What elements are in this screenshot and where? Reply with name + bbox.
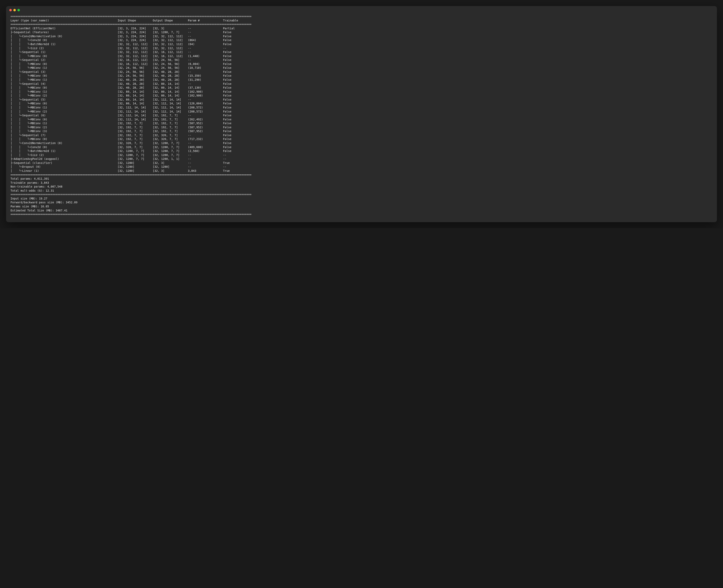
table-row: │ │ └─MBConv (2) [32, 80, 14, 14] [32, 8… — [11, 94, 712, 98]
table-row: │ │ └─Conv2d (0) [32, 320, 7, 7] [32, 12… — [11, 145, 712, 149]
divider-line: ========================================… — [11, 22, 712, 26]
table-row: │ │ └─MBConv (2) [32, 112, 14, 14] [32, … — [11, 110, 712, 114]
close-icon[interactable] — [9, 9, 12, 11]
table-row: │ └─Sequential (5) [32, 80, 14, 14] [32,… — [11, 98, 712, 102]
divider-line: ========================================… — [11, 193, 712, 197]
table-row: │ └─Linear (1) [32, 1280] [32, 3] 3,843 … — [11, 169, 712, 173]
minimize-icon[interactable] — [13, 9, 16, 11]
table-row: │ │ └─MBConv (1) [32, 80, 14, 14] [32, 8… — [11, 90, 712, 94]
table-row: │ └─Sequential (2) [32, 16, 112, 112] [3… — [11, 58, 712, 62]
terminal-window: ========================================… — [6, 6, 717, 222]
table-row: │ └─Sequential (7) [32, 192, 7, 7] [32, … — [11, 133, 712, 138]
table-row: │ └─Sequential (3) [32, 24, 56, 56] [32,… — [11, 70, 712, 74]
table-row: EfficientNet (EfficientNet) [32, 3, 224,… — [11, 26, 712, 30]
table-row: │ │ └─SiLU (2) [32, 1280, 7, 7] [32, 128… — [11, 153, 712, 157]
terminal-output: ========================================… — [6, 13, 717, 222]
zoom-icon[interactable] — [17, 9, 20, 11]
summary-line: Non-trainable params: 4,007,548 — [11, 185, 712, 189]
summary-line: Total mult-adds (G): 12.31 — [11, 189, 712, 193]
table-row: │ └─Conv2dNormActivation (8) [32, 320, 7… — [11, 141, 712, 145]
table-row: │ └─Dropout (0) [32, 1280] [32, 1280] --… — [11, 165, 712, 169]
titlebar — [6, 6, 717, 13]
summary-line: Input size (MB): 19.27 — [11, 197, 712, 201]
table-row: ├─Sequential (features) [32, 3, 224, 224… — [11, 30, 712, 35]
table-row: ├─Sequential (classifier) [32, 1280] [32… — [11, 161, 712, 165]
summary-line: Trainable params: 3,843 — [11, 181, 712, 185]
summary-line: Forward/backward pass size (MB): 3452.09 — [11, 201, 712, 205]
summary-line: Estimated Total Size (MB): 3487.41 — [11, 209, 712, 213]
table-row: │ │ └─MBConv (1) [32, 40, 28, 28] [32, 4… — [11, 78, 712, 82]
table-row: │ └─Sequential (1) [32, 32, 112, 112] [3… — [11, 50, 712, 54]
table-row: │ │ └─MBConv (0) [32, 16, 112, 112] [32,… — [11, 62, 712, 66]
divider-line: ========================================… — [11, 173, 712, 177]
table-row: │ │ └─MBConv (0) [32, 112, 14, 14] [32, … — [11, 118, 712, 122]
table-row: │ │ └─Conv2d (0) [32, 3, 224, 224] [32, … — [11, 38, 712, 42]
table-row: │ │ └─MBConv (0) [32, 32, 112, 112] [32,… — [11, 54, 712, 58]
divider-line: ========================================… — [11, 15, 712, 19]
table-row: │ │ └─MBConv (0) [32, 192, 7, 7] [32, 32… — [11, 137, 712, 141]
table-row: │ └─Sequential (6) [32, 112, 14, 14] [32… — [11, 113, 712, 118]
header-row: Layer (type (var_name)) Input Shape Outp… — [11, 19, 712, 23]
table-row: │ └─Conv2dNormActivation (0) [32, 3, 224… — [11, 35, 712, 39]
table-row: │ │ └─BatchNorm2d (1) [32, 1280, 7, 7] [… — [11, 149, 712, 153]
divider-line: ========================================… — [11, 212, 712, 216]
table-row: │ │ └─MBConv (1) [32, 192, 7, 7] [32, 19… — [11, 121, 712, 125]
table-row: │ │ └─BatchNorm2d (1) [32, 32, 112, 112]… — [11, 42, 712, 46]
table-row: │ │ └─MBConv (3) [32, 192, 7, 7] [32, 19… — [11, 129, 712, 133]
table-row: ├─AdaptiveAvgPool2d (avgpool) [32, 1280,… — [11, 157, 712, 161]
table-row: │ │ └─MBConv (0) [32, 80, 14, 14] [32, 1… — [11, 102, 712, 106]
table-row: │ │ └─MBConv (0) [32, 40, 28, 28] [32, 8… — [11, 86, 712, 90]
table-row: │ │ └─MBConv (1) [32, 112, 14, 14] [32, … — [11, 106, 712, 110]
table-row: │ │ └─MBConv (2) [32, 192, 7, 7] [32, 19… — [11, 125, 712, 129]
summary-line: Params size (MB): 16.05 — [11, 205, 712, 209]
summary-line: Total params: 4,011,391 — [11, 177, 712, 181]
table-row: │ │ └─MBConv (0) [32, 24, 56, 56] [32, 4… — [11, 74, 712, 78]
table-row: │ │ └─SiLU (2) [32, 32, 112, 112] [32, 3… — [11, 46, 712, 50]
table-row: │ │ └─MBConv (1) [32, 24, 56, 56] [32, 2… — [11, 66, 712, 70]
table-row: │ └─Sequential (4) [32, 40, 28, 28] [32,… — [11, 82, 712, 86]
